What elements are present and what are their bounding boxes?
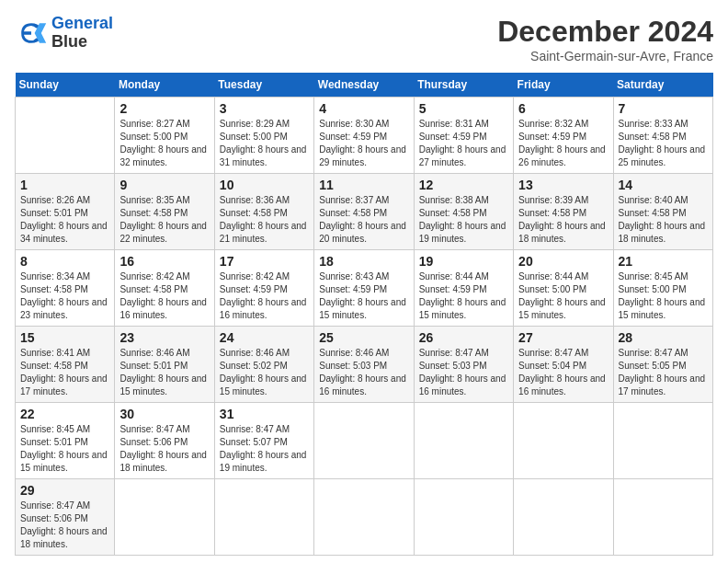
calendar-cell: 25Sunrise: 8:46 AMSunset: 5:03 PMDayligh… [314,327,414,403]
header-cell-friday: Friday [514,73,613,98]
calendar-cell: 18Sunrise: 8:43 AMSunset: 4:59 PMDayligh… [314,250,414,327]
calendar-cell: 17Sunrise: 8:42 AMSunset: 4:59 PMDayligh… [214,250,313,327]
day-number: 5 [419,101,508,116]
day-info: Sunrise: 8:44 AMSunset: 5:00 PMDaylight:… [518,270,608,322]
calendar-cell [414,479,513,556]
calendar-cell: 3Sunrise: 8:29 AMSunset: 5:00 PMDaylight… [214,98,313,174]
calendar-row-0: 2Sunrise: 8:27 AMSunset: 5:00 PMDaylight… [16,98,713,174]
day-info: Sunrise: 8:36 AMSunset: 4:58 PMDaylight:… [220,194,309,246]
day-info: Sunrise: 8:46 AMSunset: 5:01 PMDaylight:… [119,347,209,398]
day-info: Sunrise: 8:39 AMSunset: 4:58 PMDaylight:… [518,194,608,246]
day-info: Sunrise: 8:45 AMSunset: 5:01 PMDaylight:… [20,423,109,475]
day-info: Sunrise: 8:47 AMSunset: 5:06 PMDaylight:… [119,423,209,475]
day-number: 18 [319,254,408,269]
calendar-cell: 29Sunrise: 8:47 AMSunset: 5:06 PMDayligh… [16,479,115,556]
day-number: 28 [619,330,708,345]
title-block: December 2024 Saint-Germain-sur-Avre, Fr… [497,15,713,63]
day-info: Sunrise: 8:45 AMSunset: 5:00 PMDaylight:… [619,270,708,322]
header-cell-saturday: Saturday [613,73,712,98]
calendar-cell: 13Sunrise: 8:39 AMSunset: 4:58 PMDayligh… [514,174,613,250]
calendar-row-5: 29Sunrise: 8:47 AMSunset: 5:06 PMDayligh… [16,479,713,556]
day-info: Sunrise: 8:46 AMSunset: 5:03 PMDaylight:… [319,347,408,398]
calendar-cell: 22Sunrise: 8:45 AMSunset: 5:01 PMDayligh… [16,403,115,479]
day-number: 20 [518,254,608,269]
page-header: General Blue December 2024 Saint-Germain… [15,15,713,63]
calendar-cell [115,479,214,556]
calendar-cell [414,403,513,479]
day-info: Sunrise: 8:26 AMSunset: 5:01 PMDaylight:… [20,194,109,246]
day-number: 24 [220,330,309,345]
calendar-cell: 4Sunrise: 8:30 AMSunset: 4:59 PMDaylight… [314,98,414,174]
day-number: 15 [20,330,109,345]
day-info: Sunrise: 8:47 AMSunset: 5:03 PMDaylight:… [419,347,508,398]
calendar-cell: 31Sunrise: 8:47 AMSunset: 5:07 PMDayligh… [214,403,313,479]
calendar-cell: 5Sunrise: 8:31 AMSunset: 4:59 PMDaylight… [414,98,513,174]
calendar-cell [613,403,712,479]
day-number: 6 [518,101,608,116]
day-info: Sunrise: 8:41 AMSunset: 4:58 PMDaylight:… [20,347,109,398]
calendar-cell: 6Sunrise: 8:32 AMSunset: 4:59 PMDaylight… [514,98,613,174]
calendar-cell [514,479,613,556]
header-cell-wednesday: Wednesday [314,73,414,98]
day-number: 4 [319,101,408,116]
calendar-cell: 7Sunrise: 8:33 AMSunset: 4:58 PMDaylight… [613,98,712,174]
logo-icon [15,17,48,50]
calendar-cell [314,403,414,479]
day-info: Sunrise: 8:29 AMSunset: 5:00 PMDaylight:… [220,118,309,169]
day-info: Sunrise: 8:27 AMSunset: 5:00 PMDaylight:… [119,118,209,169]
calendar-cell: 2Sunrise: 8:27 AMSunset: 5:00 PMDaylight… [115,98,214,174]
day-info: Sunrise: 8:47 AMSunset: 5:06 PMDaylight:… [20,500,109,551]
calendar-cell: 26Sunrise: 8:47 AMSunset: 5:03 PMDayligh… [414,327,513,403]
day-number: 22 [20,407,109,421]
calendar-cell: 28Sunrise: 8:47 AMSunset: 5:05 PMDayligh… [613,327,712,403]
day-info: Sunrise: 8:40 AMSunset: 4:58 PMDaylight:… [619,194,708,246]
day-info: Sunrise: 8:31 AMSunset: 4:59 PMDaylight:… [419,118,508,169]
calendar-cell: 20Sunrise: 8:44 AMSunset: 5:00 PMDayligh… [514,250,613,327]
calendar-row-4: 22Sunrise: 8:45 AMSunset: 5:01 PMDayligh… [16,403,713,479]
day-number: 25 [319,330,408,345]
day-info: Sunrise: 8:44 AMSunset: 4:59 PMDaylight:… [419,270,508,322]
calendar-row-3: 15Sunrise: 8:41 AMSunset: 4:58 PMDayligh… [16,327,713,403]
calendar-cell: 24Sunrise: 8:46 AMSunset: 5:02 PMDayligh… [214,327,313,403]
day-number: 16 [119,254,209,269]
calendar-cell [214,479,313,556]
day-info: Sunrise: 8:30 AMSunset: 4:59 PMDaylight:… [319,118,408,169]
day-info: Sunrise: 8:47 AMSunset: 5:05 PMDaylight:… [619,347,708,398]
calendar-cell: 9Sunrise: 8:35 AMSunset: 4:58 PMDaylight… [115,174,214,250]
calendar-cell: 8Sunrise: 8:34 AMSunset: 4:58 PMDaylight… [16,250,115,327]
calendar-cell [314,479,414,556]
day-info: Sunrise: 8:35 AMSunset: 4:58 PMDaylight:… [119,194,209,246]
day-number: 14 [619,178,708,192]
header-cell-sunday: Sunday [16,73,115,98]
day-info: Sunrise: 8:46 AMSunset: 5:02 PMDaylight:… [220,347,309,398]
logo: General Blue [15,15,113,52]
day-info: Sunrise: 8:32 AMSunset: 4:59 PMDaylight:… [518,118,608,169]
day-number: 26 [419,330,508,345]
day-info: Sunrise: 8:42 AMSunset: 4:58 PMDaylight:… [119,270,209,322]
day-info: Sunrise: 8:33 AMSunset: 4:58 PMDaylight:… [619,118,708,169]
day-number: 8 [20,254,109,269]
day-number: 17 [220,254,309,269]
calendar-cell: 19Sunrise: 8:44 AMSunset: 4:59 PMDayligh… [414,250,513,327]
day-number: 21 [619,254,708,269]
calendar-cell: 21Sunrise: 8:45 AMSunset: 5:00 PMDayligh… [613,250,712,327]
calendar-row-2: 8Sunrise: 8:34 AMSunset: 4:58 PMDaylight… [16,250,713,327]
calendar-cell: 16Sunrise: 8:42 AMSunset: 4:58 PMDayligh… [115,250,214,327]
header-cell-thursday: Thursday [414,73,513,98]
calendar-cell: 11Sunrise: 8:37 AMSunset: 4:58 PMDayligh… [314,174,414,250]
calendar-cell: 30Sunrise: 8:47 AMSunset: 5:06 PMDayligh… [115,403,214,479]
header-cell-tuesday: Tuesday [214,73,313,98]
day-number: 10 [220,178,309,192]
day-number: 19 [419,254,508,269]
calendar-cell: 12Sunrise: 8:38 AMSunset: 4:58 PMDayligh… [414,174,513,250]
day-info: Sunrise: 8:38 AMSunset: 4:58 PMDaylight:… [419,194,508,246]
calendar-cell: 23Sunrise: 8:46 AMSunset: 5:01 PMDayligh… [115,327,214,403]
day-info: Sunrise: 8:42 AMSunset: 4:59 PMDaylight:… [220,270,309,322]
day-number: 27 [518,330,608,345]
day-number: 31 [220,407,309,421]
day-number: 23 [119,330,209,345]
day-number: 30 [119,407,209,421]
logo-text: General Blue [51,15,113,52]
day-number: 1 [20,178,109,192]
day-number: 7 [619,101,708,116]
